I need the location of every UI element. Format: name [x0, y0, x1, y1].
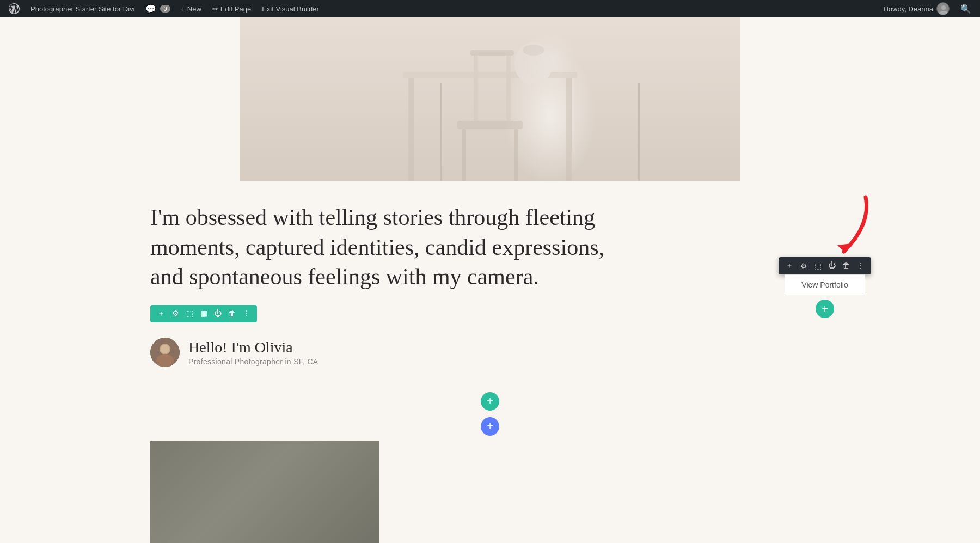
right-widget-area: ＋ ⚙ ⬚ ⏻ 🗑 ⋮ View Portfolio +: [779, 257, 871, 318]
svg-point-16: [161, 345, 169, 353]
copy-dark-button[interactable]: ⬚: [812, 260, 823, 271]
center-buttons: + +: [0, 383, 980, 441]
power-dark-button[interactable]: ⏻: [826, 260, 837, 271]
add-module-button[interactable]: ＋: [156, 308, 167, 319]
view-portfolio-wrapper: View Portfolio: [785, 274, 865, 295]
hero-image: [240, 17, 740, 181]
add-row-button-teal[interactable]: +: [816, 300, 834, 318]
text-section: I'm obsessed with telling stories throug…: [0, 181, 980, 383]
grid-button[interactable]: ▦: [198, 308, 209, 319]
add-section-button-teal[interactable]: +: [481, 392, 499, 411]
comment-icon: 💬: [145, 4, 156, 14]
comments-button[interactable]: 💬 0: [140, 0, 175, 17]
main-quote: I'm obsessed with telling stories throug…: [150, 203, 618, 292]
page-wrapper: I'm obsessed with telling stories throug…: [0, 17, 980, 543]
svg-rect-2: [403, 72, 577, 78]
pencil-icon: ✏: [212, 5, 218, 13]
power-button[interactable]: ⏻: [212, 308, 223, 319]
search-button[interactable]: 🔍: [955, 0, 977, 17]
bottom-section: +: [0, 441, 980, 543]
svg-rect-11: [462, 129, 466, 181]
svg-point-1: [939, 11, 948, 15]
site-name-button[interactable]: Photographer Starter Site for Divi: [25, 0, 140, 17]
svg-rect-10: [457, 121, 523, 129]
add-section-button-blue[interactable]: +: [481, 417, 499, 436]
profile-title: Professional Photographer in SF, CA: [188, 357, 318, 366]
svg-rect-9: [470, 50, 514, 56]
admin-bar: Photographer Starter Site for Divi 💬 0 +…: [0, 0, 980, 17]
svg-rect-8: [506, 50, 511, 126]
svg-point-0: [941, 5, 946, 10]
wp-logo-button[interactable]: [3, 0, 25, 17]
profile-row: Hello! I'm Olivia Professional Photograp…: [150, 338, 980, 367]
svg-rect-3: [408, 78, 414, 181]
settings-dark-button[interactable]: ⚙: [798, 260, 809, 271]
svg-rect-12: [514, 129, 518, 181]
settings-button[interactable]: ⚙: [170, 308, 181, 319]
module-toolbar-dark: ＋ ⚙ ⬚ ⏻ 🗑 ⋮: [779, 257, 871, 274]
svg-marker-17: [837, 243, 852, 252]
view-portfolio-button[interactable]: View Portfolio: [785, 274, 865, 295]
comments-count: 0: [160, 5, 170, 13]
svg-rect-7: [474, 50, 478, 126]
profile-name: Hello! I'm Olivia: [188, 339, 318, 356]
user-avatar: [936, 2, 950, 15]
more-dark-button[interactable]: ⋮: [855, 260, 866, 271]
profile-info: Hello! I'm Olivia Professional Photograp…: [188, 339, 318, 366]
trash-button[interactable]: 🗑: [226, 308, 237, 319]
svg-point-15: [156, 354, 174, 367]
copy-button[interactable]: ⬚: [184, 308, 195, 319]
red-arrow-annotation: [800, 192, 882, 268]
hero-section: [0, 17, 980, 181]
profile-avatar: [150, 338, 180, 367]
svg-point-6: [523, 45, 544, 56]
module-toolbar-teal: ＋ ⚙ ⬚ ▦ ⏻ 🗑 ⋮: [150, 305, 257, 322]
howdy-label: Howdy, Deanna: [878, 0, 955, 17]
adminbar-right: Howdy, Deanna 🔍: [878, 0, 977, 17]
edit-page-button[interactable]: ✏ Edit Page: [207, 0, 256, 17]
svg-rect-4: [566, 78, 572, 181]
trash-dark-button[interactable]: 🗑: [841, 260, 852, 271]
new-content-button[interactable]: + New: [176, 0, 207, 17]
bottom-image-placeholder: [150, 441, 379, 543]
exit-vb-button[interactable]: Exit Visual Builder: [256, 0, 324, 17]
add-dark-button[interactable]: ＋: [784, 260, 795, 271]
more-button[interactable]: ⋮: [241, 308, 252, 319]
